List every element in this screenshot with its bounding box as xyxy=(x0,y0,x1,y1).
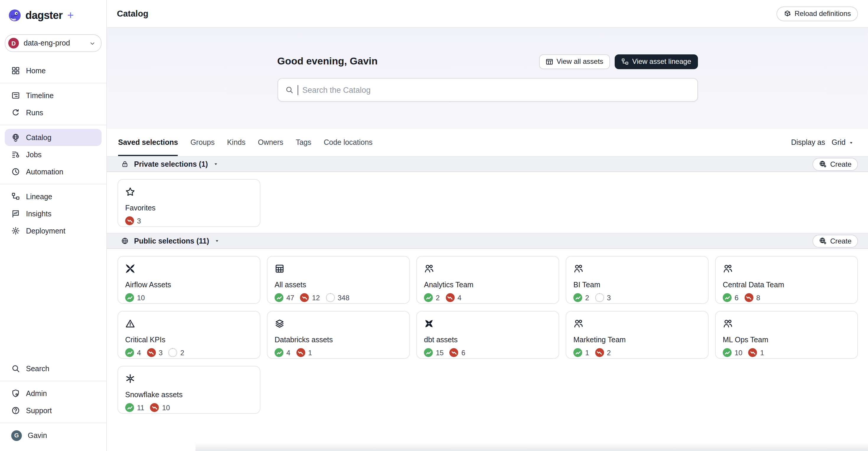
globe-icon xyxy=(121,237,129,245)
display-as-control: Display as Grid xyxy=(791,129,854,156)
reload-icon xyxy=(783,10,791,18)
asset-count-failed: 2 xyxy=(595,348,611,357)
count-value: 1 xyxy=(760,348,764,357)
card-bi-team[interactable]: BI Team23 xyxy=(566,256,709,304)
support-icon xyxy=(11,406,20,415)
sidebar-item-label: Timeline xyxy=(26,91,54,100)
sidebar-item-home[interactable]: Home xyxy=(5,62,101,79)
card-databricks-assets[interactable]: Databricks assets41 xyxy=(267,311,410,359)
brand-logo[interactable]: dagster + xyxy=(0,8,106,22)
card-counts: 432 xyxy=(125,348,253,357)
divider xyxy=(0,423,106,423)
caret-down-icon[interactable] xyxy=(213,161,218,167)
tab-kinds[interactable]: Kinds xyxy=(227,129,246,156)
workspace-selector[interactable]: D data-eng-prod xyxy=(5,34,101,52)
sidebar-item-runs[interactable]: Runs xyxy=(5,104,101,121)
reload-definitions-button[interactable]: Reload definitions xyxy=(776,6,858,21)
sidebar-item-insights[interactable]: Insights xyxy=(5,205,101,222)
view-asset-lineage-button[interactable]: View asset lineage xyxy=(614,54,698,69)
count-value: 4 xyxy=(286,348,290,357)
people-icon xyxy=(723,264,850,274)
deployment-icon xyxy=(11,226,20,235)
tab-owners[interactable]: Owners xyxy=(258,129,283,156)
display-as-dropdown[interactable]: Grid xyxy=(832,138,854,147)
asset-count-materialized: 10 xyxy=(723,348,743,357)
asset-count-materialized: 11 xyxy=(125,403,144,412)
sidebar-item-admin[interactable]: Admin xyxy=(5,385,101,402)
user-menu[interactable]: G Gavin xyxy=(5,427,101,444)
insights-icon xyxy=(11,209,20,218)
table-grid-icon xyxy=(275,264,402,274)
status-missing-icon xyxy=(595,293,604,302)
sidebar-item-catalog[interactable]: Catalog xyxy=(5,129,101,146)
asset-count-failed: 3 xyxy=(125,216,141,225)
caret-down-icon[interactable] xyxy=(214,238,220,244)
sidebar-item-label: Lineage xyxy=(26,192,52,201)
create-selection-button[interactable]: Create xyxy=(812,234,858,247)
asset-count-materialized: 2 xyxy=(424,293,440,302)
card-all-assets[interactable]: All assets4712348 xyxy=(267,256,410,304)
card-snowflake-assets[interactable]: Snowflake assets1110 xyxy=(118,366,260,414)
card-analytics-team[interactable]: Analytics Team24 xyxy=(416,256,559,304)
scroll-shadow xyxy=(195,443,868,451)
card-central-data-team[interactable]: Central Data Team68 xyxy=(715,256,858,304)
card-title: Databricks assets xyxy=(275,336,402,344)
card-ml-ops-team[interactable]: ML Ops Team101 xyxy=(715,311,858,359)
airflow-icon xyxy=(125,264,253,274)
card-counts: 23 xyxy=(574,293,701,302)
count-value: 12 xyxy=(312,293,320,302)
asset-count-failed: 1 xyxy=(748,348,764,357)
selections-sections: Private selections (1)CreateFavorites3Pu… xyxy=(107,156,868,420)
sidebar-item-lineage[interactable]: Lineage xyxy=(5,188,101,205)
greeting-text: Good evening, Gavin xyxy=(277,56,378,67)
status-failed-icon xyxy=(296,348,305,357)
catalog-icon xyxy=(11,133,20,142)
card-dbt-assets[interactable]: dbt assets156 xyxy=(416,311,559,359)
cards-grid: Airflow Assets10All assets4712348Analyti… xyxy=(107,249,868,420)
card-favorites[interactable]: Favorites3 xyxy=(118,179,260,227)
chevron-down-icon xyxy=(89,40,96,47)
app-window: dagster + D data-eng-prod HomeTimelineRu… xyxy=(0,0,868,451)
status-failed-icon xyxy=(595,348,604,357)
status-materialized-icon xyxy=(125,403,134,412)
catalog-search[interactable] xyxy=(277,78,698,102)
tab-tags[interactable]: Tags xyxy=(296,129,311,156)
asset-count-failed: 1 xyxy=(296,348,312,357)
sidebar-item-label: Search xyxy=(26,364,49,373)
reload-definitions-label: Reload definitions xyxy=(795,9,851,18)
card-title: Favorites xyxy=(125,204,253,212)
people-icon xyxy=(574,264,701,274)
admin-icon xyxy=(11,389,20,398)
count-value: 6 xyxy=(735,293,738,302)
sidebar-item-search[interactable]: Search xyxy=(5,360,101,377)
sidebar-item-automation[interactable]: Automation xyxy=(5,163,101,180)
sidebar-item-support[interactable]: Support xyxy=(5,402,101,419)
tab-code-locations[interactable]: Code locations xyxy=(323,129,372,156)
search-input[interactable] xyxy=(302,85,690,94)
card-counts: 41 xyxy=(275,348,402,357)
count-value: 47 xyxy=(286,293,294,302)
card-airflow-assets[interactable]: Airflow Assets10 xyxy=(118,256,260,304)
card-marketing-team[interactable]: Marketing Team12 xyxy=(566,311,709,359)
hero-section: Good evening, Gavin View all assets View… xyxy=(107,28,868,129)
card-critical-kpis[interactable]: Critical KPIs432 xyxy=(118,311,260,359)
status-materialized-icon xyxy=(424,293,433,302)
sidebar-item-deployment[interactable]: Deployment xyxy=(5,222,101,239)
tab-label: Saved selections xyxy=(118,138,178,147)
dagster-logo-icon xyxy=(8,9,21,22)
tab-saved-selections[interactable]: Saved selections xyxy=(118,129,178,156)
asset-count-materialized: 4 xyxy=(275,348,290,357)
sidebar-item-timeline[interactable]: Timeline xyxy=(5,87,101,104)
tab-groups[interactable]: Groups xyxy=(190,129,215,156)
snowflake-icon xyxy=(125,373,253,384)
layers-icon xyxy=(275,318,402,329)
card-title: BI Team xyxy=(574,281,701,289)
sidebar-item-label: Jobs xyxy=(26,150,42,159)
status-materialized-icon xyxy=(275,293,283,302)
create-selection-button[interactable]: Create xyxy=(812,158,858,171)
sidebar-item-jobs[interactable]: Jobs xyxy=(5,146,101,163)
view-all-assets-button[interactable]: View all assets xyxy=(539,54,610,69)
asset-count-failed: 3 xyxy=(147,348,162,357)
brand-plus: + xyxy=(67,9,74,22)
status-materialized-icon xyxy=(424,348,433,357)
